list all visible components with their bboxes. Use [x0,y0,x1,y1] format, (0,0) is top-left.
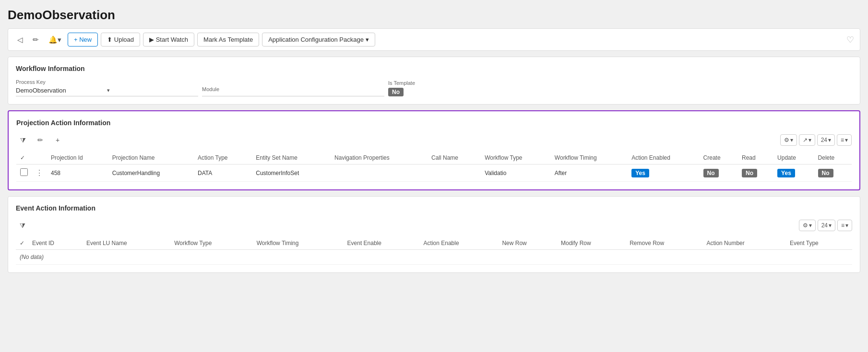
projection-filter-button[interactable]: ⧩ [16,133,30,147]
col-projection-id: Projection Id [47,152,108,164]
event-filter-button[interactable]: ⧩ [16,219,29,232]
col-action-type: Action Type [194,152,252,164]
settings-icon: ⚙ [803,222,808,229]
upload-button[interactable]: ⬆ Upload [101,33,140,47]
no-data-text: (No data) [20,250,44,264]
col-check: ✓ [16,237,28,250]
row-update: Yes [773,164,814,182]
edit-icon: ✏ [37,136,43,144]
event-action-title: Event Action Information [16,204,852,212]
projection-view-button[interactable]: ≡ ▾ [837,134,852,146]
row-checkbox-cell[interactable] [16,164,32,182]
favorite-button[interactable]: ♡ [846,35,854,45]
row-entity-set-name: CustomerInfoSet [252,164,331,182]
event-table-toolbar: ⧩ ⚙ ▾ 24 ▾ ≡ ▾ [16,219,852,232]
bell-button[interactable]: 🔔 ▾ [45,33,65,47]
col-event-enable: Event Enable [344,237,420,250]
row-dots-cell[interactable]: ⋮ [32,164,47,182]
col-delete: Delete [814,152,852,164]
bell-icon: 🔔 [48,35,58,44]
back-icon: ◁ [17,35,23,44]
is-template-label: Is Template [388,80,852,86]
action-enabled-badge: Yes [631,169,649,177]
projection-table: ✓ Projection Id Projection Name Action T… [16,152,852,182]
settings-chevron: ▾ [809,222,812,229]
mark-as-template-button[interactable]: Mark As Template [197,33,259,47]
new-label: + New [74,36,92,43]
row-menu-icon[interactable]: ⋮ [36,169,43,177]
start-watch-button[interactable]: ▶ Start Watch [143,33,194,47]
row-projection-id: 458 [47,164,108,182]
list-chevron: ▾ [845,222,848,229]
per-page-chevron: ▾ [828,137,831,143]
projection-action-title: Projection Action Information [16,119,852,127]
event-table: ✓ Event ID Event LU Name Workflow Type W… [16,237,852,265]
projection-add-button[interactable]: + [51,133,64,147]
col-read: Read [738,152,773,164]
workflow-info-title: Workflow Information [16,65,852,72]
event-view-button[interactable]: ≡ ▾ [837,220,852,231]
col-entity-set-name: Entity Set Name [252,152,331,164]
row-projection-name: CustomerHandling [108,164,194,182]
process-key-value: DemoObservation [16,87,107,94]
settings-icon: ⚙ [784,137,789,143]
col-event-type: Event Type [786,237,852,250]
table-row: ⋮ 458 CustomerHandling DATA CustomerInfo… [16,164,852,182]
row-call-name [428,164,481,182]
process-key-dropdown[interactable]: ▾ [107,87,198,94]
event-settings-button[interactable]: ⚙ ▾ [799,220,816,231]
app-config-label: Application Configuration Package [268,36,364,43]
event-per-page-button[interactable]: 24 ▾ [818,220,835,231]
row-checkbox[interactable] [20,168,28,176]
edit-icon: ✏ [33,35,39,44]
check-all: ✓ [20,154,25,161]
row-workflow-timing: After [551,164,628,182]
read-badge: No [742,169,757,177]
col-modify-row: Modify Row [557,237,626,250]
event-action-section: Event Action Information ⧩ ⚙ ▾ 24 ▾ ≡ ▾ [8,196,860,273]
mark-as-template-label: Mark As Template [203,36,253,43]
back-button[interactable]: ◁ [14,33,26,47]
new-button[interactable]: + New [68,33,98,47]
toolbar: ◁ ✏ 🔔 ▾ + New ⬆ Upload ▶ Start Watch Mar… [8,28,860,51]
event-no-data-row: (No data) [16,250,852,265]
col-workflow-type: Workflow Type [170,237,253,250]
projection-per-page-button[interactable]: 24 ▾ [817,134,835,146]
row-delete: No [814,164,852,182]
filter-icon: ⧩ [20,222,25,230]
app-config-chevron: ▾ [366,36,369,43]
settings-chevron: ▾ [790,137,793,143]
chevron-down-icon: ▾ [58,35,61,44]
update-badge: Yes [777,169,795,177]
row-workflow-type: Validatio [481,164,551,182]
list-chevron: ▾ [845,137,848,143]
create-badge: No [703,169,719,177]
col-workflow-timing: Workflow Timing [253,237,344,250]
row-create: No [700,164,738,182]
workflow-info-section: Workflow Information Process Key DemoObs… [8,57,860,105]
col-workflow-timing: Workflow Timing [551,152,628,164]
check-all: ✓ [20,240,24,246]
projection-table-toolbar: ⧩ ✏ + ⚙ ▾ ↗ ▾ 24 ▾ [16,133,852,147]
projection-action-section: Projection Action Information ⧩ ✏ + ⚙ ▾ … [8,110,860,190]
upload-label: ⬆ Upload [107,36,134,43]
export-chevron: ▾ [809,137,811,143]
heart-icon: ♡ [846,35,854,45]
projection-edit-button[interactable]: ✏ [34,133,47,147]
col-action-enabled: Action Enabled [628,152,699,164]
col-remove-row: Remove Row [626,237,702,250]
col-call-name: Call Name [428,152,481,164]
row-read: No [738,164,773,182]
edit-icon-button[interactable]: ✏ [29,33,42,47]
col-action-number: Action Number [702,237,786,250]
row-action-type: DATA [194,164,252,182]
projection-settings-button[interactable]: ⚙ ▾ [780,134,797,146]
per-page-value: 24 [821,137,827,143]
process-key-label: Process Key [16,79,198,85]
delete-badge: No [818,169,833,177]
per-page-value: 24 [821,222,828,229]
projection-export-button[interactable]: ↗ ▾ [799,134,815,146]
module-label: Module [202,86,384,92]
app-config-button[interactable]: Application Configuration Package ▾ [262,33,375,47]
is-template-field: Is Template No [388,80,852,96]
